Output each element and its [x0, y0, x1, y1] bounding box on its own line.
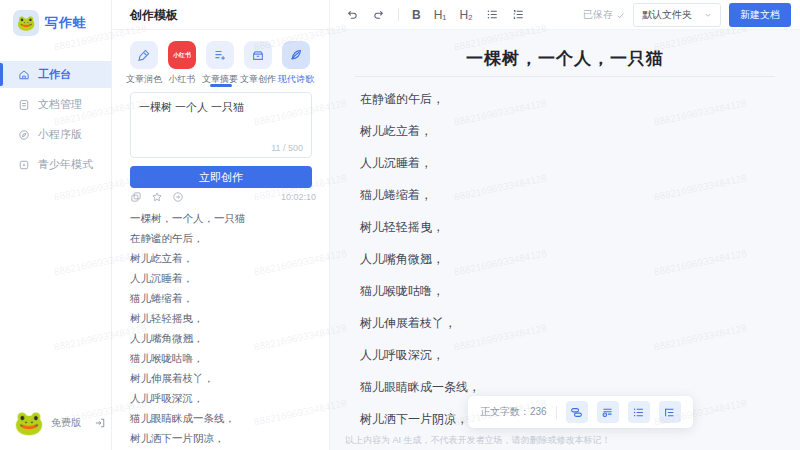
- output-line: 树儿屹立着，: [130, 253, 316, 264]
- output-line: 树儿洒下一片阴凉，: [130, 433, 316, 444]
- save-status: 已保存: [583, 8, 625, 22]
- copy-icon[interactable]: [130, 191, 142, 203]
- list-icon: [632, 406, 645, 419]
- output-line: 树儿轻轻摇曳，: [130, 313, 316, 324]
- prompt-input-box: 一棵树 一个人 一只猫 11 / 500: [130, 92, 312, 158]
- tab-modern-poetry[interactable]: 现代诗歌: [282, 41, 310, 86]
- template-panel: 创作模板 文章润色 小红书 小红书 文章摘要 文章创作 现代诗歌: [112, 0, 330, 450]
- word-count-value: 236: [530, 406, 547, 417]
- document-line: 人儿呼吸深沉，: [360, 349, 480, 361]
- floating-toolbar: 正文字数：236: [468, 396, 693, 428]
- quill-icon: [282, 41, 310, 69]
- document-title[interactable]: 一棵树，一个人，一只猫: [330, 47, 800, 70]
- tab-article-polish[interactable]: 文章润色: [130, 41, 158, 86]
- ai-disclaimer: 以上内容为 AI 生成，不代表开发者立场，请勿删除或修改本标记！: [345, 434, 611, 447]
- prompt-input[interactable]: 一棵树 一个人 一只猫: [131, 93, 311, 139]
- document-line: 树儿洒下一片阴凉，: [360, 413, 480, 425]
- generation-output: 10:02:10 一棵树，一个人，一只猫 在静谧的午后， 树儿屹立着， 人儿沉睡…: [130, 190, 316, 450]
- tab-article-summary[interactable]: 文章摘要: [206, 41, 234, 86]
- output-timestamp: 10:02:10: [281, 192, 316, 202]
- app-logo: 🐸 写作蛙: [13, 10, 87, 36]
- output-actions: 10:02:10: [130, 190, 316, 204]
- document-line: 树儿屹立着，: [360, 125, 480, 137]
- undo-button[interactable]: [346, 8, 359, 21]
- output-line: 一棵树，一个人，一只猫: [130, 213, 316, 224]
- document-controls: 已保存 默认文件夹 新建文档: [583, 0, 791, 30]
- redo-icon: [372, 8, 385, 21]
- summarize-button[interactable]: [597, 401, 619, 423]
- chevron-down-icon: [704, 11, 712, 19]
- output-line: 人儿嘴角微翘，: [130, 333, 316, 344]
- ordered-list-button[interactable]: [512, 8, 525, 21]
- bold-button[interactable]: B: [412, 9, 421, 21]
- tab-label: 小红书: [169, 73, 196, 86]
- outline-button[interactable]: [659, 401, 681, 423]
- summarize-icon: [601, 406, 614, 419]
- bullet-list-button[interactable]: [486, 8, 499, 21]
- home-icon: [18, 69, 30, 81]
- template-tabs: 文章润色 小红书 小红书 文章摘要 文章创作 现代诗歌: [130, 41, 310, 86]
- document-line: 树儿伸展着枝丫，: [360, 317, 480, 329]
- user-avatar[interactable]: 🐸: [14, 408, 44, 438]
- heading2-button[interactable]: H₂: [459, 9, 472, 21]
- bullet-list-icon: [486, 8, 499, 21]
- sidebar-item-label: 青少年模式: [38, 157, 93, 172]
- document-body[interactable]: 在静谧的午后， 树儿屹立着， 人儿沉睡着， 猫儿蜷缩着， 树儿轻轻摇曳， 人儿嘴…: [360, 93, 480, 445]
- check-icon: [616, 11, 625, 20]
- output-line: 猫儿喉咙咕噜，: [130, 353, 316, 364]
- logout-icon: [94, 417, 106, 429]
- compass-icon: [18, 129, 30, 141]
- output-line: 在静谧的午后，: [130, 233, 316, 244]
- logout-button[interactable]: [94, 417, 106, 429]
- continue-writing-icon: [570, 406, 583, 419]
- document-line: 人儿沉睡着，: [360, 157, 480, 169]
- pen-icon: [130, 41, 158, 69]
- tab-label: 文章创作: [240, 73, 276, 86]
- sidebar-item-label: 工作台: [38, 67, 71, 82]
- insert-arrow-icon[interactable]: [172, 191, 184, 203]
- outline-icon: [663, 406, 676, 419]
- xiaohongshu-icon: 小红书: [168, 41, 196, 69]
- output-line: 人儿呼吸深沉，: [130, 393, 316, 404]
- sidebar-item-teen-mode[interactable]: 青少年模式: [0, 151, 111, 178]
- tab-label: 文章润色: [126, 73, 162, 86]
- continue-writing-button[interactable]: [566, 401, 588, 423]
- output-line: 人儿沉睡着，: [130, 273, 316, 284]
- sidebar-item-miniprogram[interactable]: 小程序版: [0, 121, 111, 148]
- document-line: 猫儿眼睛眯成一条线，: [360, 381, 480, 393]
- document-line: 猫儿喉咙咕噜，: [360, 285, 480, 297]
- output-line: 树儿伸展着枝丫，: [130, 373, 316, 384]
- sidebar-item-workspace[interactable]: 工作台: [0, 61, 111, 88]
- version-badge: 免费版: [51, 416, 81, 430]
- heading1-button[interactable]: H₁: [434, 9, 447, 21]
- panel-title: 创作模板: [112, 0, 329, 30]
- redo-button[interactable]: [372, 8, 385, 21]
- document-line: 人儿嘴角微翘，: [360, 253, 480, 265]
- folder-dropdown[interactable]: 默认文件夹: [633, 3, 721, 27]
- document-line: 猫儿蜷缩着，: [360, 189, 480, 201]
- sidebar: 🐸 写作蛙 工作台 文档管理 小程序版 青少年模式 🐸 免费版: [0, 0, 112, 450]
- star-icon[interactable]: [151, 191, 163, 203]
- document-editor[interactable]: 一棵树，一个人，一只猫 在静谧的午后， 树儿屹立着， 人儿沉睡着， 猫儿蜷缩着，…: [330, 30, 800, 450]
- toolbar-divider: [556, 406, 557, 419]
- word-count-label: 正文字数：: [480, 406, 530, 417]
- app-window: 🐸 写作蛙 工作台 文档管理 小程序版 青少年模式 🐸 免费版: [0, 0, 800, 450]
- app-name: 写作蛙: [45, 14, 87, 32]
- folder-dropdown-value: 默认文件夹: [642, 8, 692, 22]
- sidebar-item-documents[interactable]: 文档管理: [0, 91, 111, 118]
- teen-mode-icon: [18, 159, 30, 171]
- create-button[interactable]: 立即创作: [130, 166, 312, 188]
- sidebar-nav: 工作台 文档管理 小程序版 青少年模式: [0, 58, 111, 181]
- tabs-scrollbar[interactable]: [210, 84, 232, 87]
- char-counter: 11 / 500: [271, 143, 303, 153]
- tab-xiaohongshu[interactable]: 小红书 小红书: [168, 41, 196, 86]
- output-line: 猫儿蜷缩着，: [130, 293, 316, 304]
- new-document-button[interactable]: 新建文档: [729, 3, 791, 27]
- tab-label: 现代诗歌: [278, 73, 314, 86]
- ordered-list-icon: [512, 8, 525, 21]
- word-count: 正文字数：236: [480, 405, 547, 419]
- output-line: 猫儿眼睛眯成一条线，: [130, 413, 316, 424]
- sidebar-item-label: 文档管理: [38, 97, 82, 112]
- list-format-button[interactable]: [628, 401, 650, 423]
- tab-article-creation[interactable]: 文章创作: [244, 41, 272, 86]
